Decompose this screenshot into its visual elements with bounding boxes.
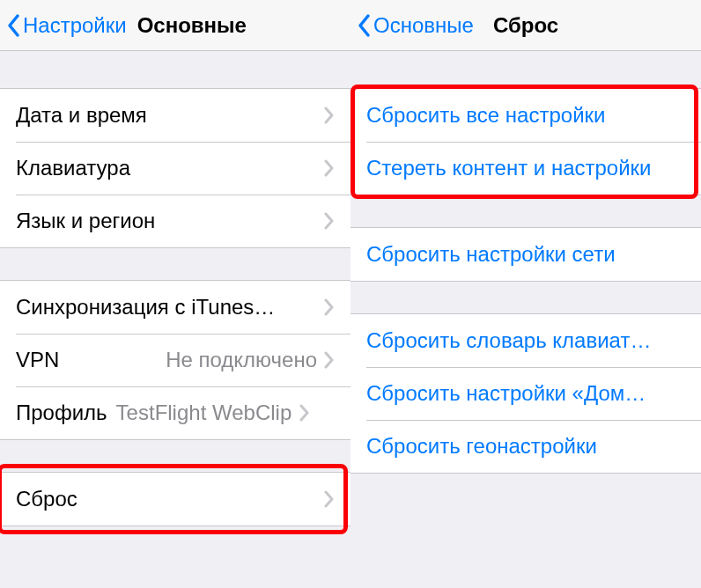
row-vpn[interactable]: VPN Не подключено — [0, 334, 350, 386]
chevron-right-icon — [324, 159, 335, 177]
content-reset: Сбросить все настройки Стереть контент и… — [350, 51, 701, 588]
row-reset-keyboard-dict[interactable]: Сбросить словарь клавиат… — [350, 314, 701, 367]
row-label: Синхронизация с iTunes… — [16, 295, 324, 320]
row-label: Сбросить настройки «Дом… — [366, 381, 685, 406]
back-button-settings[interactable]: Настройки — [7, 13, 127, 38]
spacer — [350, 282, 701, 313]
back-button-general[interactable]: Основные — [358, 13, 474, 38]
spacer — [0, 51, 350, 88]
row-reset[interactable]: Сброс — [0, 473, 350, 526]
spacer — [0, 248, 350, 280]
row-value: TestFlight WebClip — [116, 401, 292, 425]
spacer — [350, 195, 701, 227]
row-itunes-sync[interactable]: Синхронизация с iTunes… — [0, 281, 350, 334]
row-label: Язык и регион — [16, 209, 324, 233]
navbar-reset: Основные Сброс — [350, 0, 701, 51]
chevron-right-icon — [324, 490, 335, 508]
row-reset-all-settings[interactable]: Сбросить все настройки — [350, 89, 701, 142]
group-reset-other: Сбросить словарь клавиат… Сбросить настр… — [350, 313, 701, 474]
spacer — [350, 51, 701, 88]
content-general: Дата и время Клавиатура Язык и регион Си… — [0, 51, 350, 588]
row-label: Сбросить геонастройки — [366, 434, 685, 459]
navbar-general: Настройки Основные — [0, 0, 350, 51]
chevron-right-icon — [324, 212, 335, 230]
row-date-time[interactable]: Дата и время — [0, 89, 350, 142]
row-label: VPN — [16, 348, 166, 372]
chevron-right-icon — [324, 107, 335, 124]
group-reset-all: Сбросить все настройки Стереть контент и… — [350, 88, 701, 195]
group-sync-vpn-profile: Синхронизация с iTunes… VPN Не подключен… — [0, 280, 350, 440]
row-keyboard[interactable]: Клавиатура — [0, 142, 350, 195]
row-label: Сбросить все настройки — [366, 103, 685, 128]
row-label: Профиль — [16, 401, 107, 425]
row-reset-location[interactable]: Сбросить геонастройки — [350, 420, 701, 473]
row-label: Сбросить настройки сети — [366, 242, 685, 267]
back-label: Основные — [373, 13, 474, 38]
chevron-left-icon — [7, 13, 21, 38]
group-reset: Сброс — [0, 472, 350, 526]
row-value: Не подключено — [166, 348, 317, 372]
row-language-region[interactable]: Язык и регион — [0, 195, 350, 247]
back-label: Настройки — [23, 13, 127, 38]
chevron-right-icon — [324, 298, 335, 316]
nav-title-general: Основные — [137, 13, 247, 38]
row-profile[interactable]: Профиль TestFlight WebClip — [0, 386, 350, 439]
row-label: Сброс — [16, 487, 324, 511]
group-datetime-keyboard-lang: Дата и время Клавиатура Язык и регион — [0, 88, 350, 248]
row-label: Клавиатура — [16, 156, 324, 180]
chevron-left-icon — [358, 13, 372, 38]
group-reset-network: Сбросить настройки сети — [350, 227, 701, 282]
nav-title-reset: Сброс — [493, 13, 558, 38]
row-label: Дата и время — [16, 103, 324, 128]
chevron-right-icon — [299, 404, 310, 422]
row-label: Стереть контент и настройки — [366, 156, 685, 180]
row-reset-home[interactable]: Сбросить настройки «Дом… — [350, 367, 701, 420]
chevron-right-icon — [324, 351, 335, 369]
row-label: Сбросить словарь клавиат… — [366, 328, 685, 353]
pane-reset: Основные Сброс Сбросить все настройки Ст… — [350, 0, 701, 588]
row-reset-network[interactable]: Сбросить настройки сети — [350, 228, 701, 281]
row-erase-content[interactable]: Стереть контент и настройки — [350, 142, 701, 195]
pane-general: Настройки Основные Дата и время Клавиату… — [0, 0, 350, 588]
spacer — [0, 440, 350, 472]
